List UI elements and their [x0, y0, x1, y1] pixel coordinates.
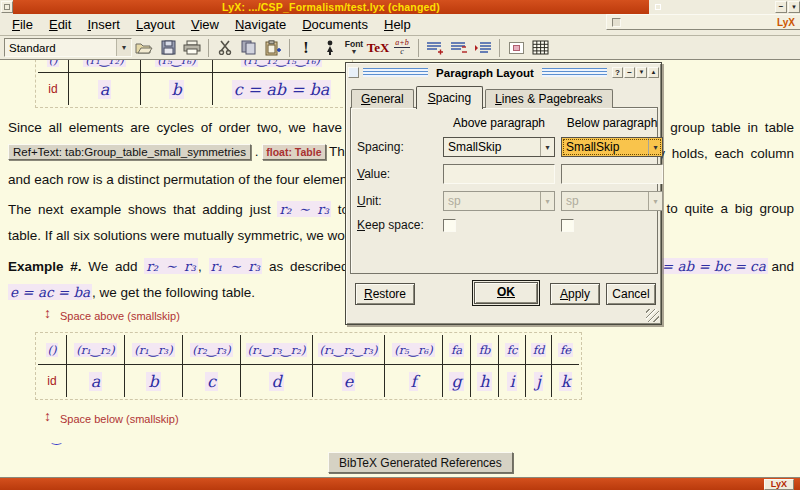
math-inset[interactable]: r₂ ∼ r₃ [144, 258, 198, 274]
menu-file[interactable]: File [4, 15, 41, 34]
minimize-icon: − [779, 2, 784, 11]
print-icon[interactable] [181, 38, 203, 58]
unit-label: Unit: [357, 194, 437, 208]
environment-indent-icon[interactable] [472, 38, 494, 58]
bibtex-inset-button[interactable]: BibTeX Generated References [328, 452, 513, 473]
taskbar: LyX [0, 477, 800, 490]
keep-space-above-checkbox[interactable] [443, 219, 456, 232]
maximize-icon [655, 4, 661, 10]
tab-spacing[interactable]: Spacing [416, 86, 483, 109]
titlebar-stripes [363, 68, 428, 77]
mini-window-titlebar[interactable]: LyX [606, 14, 800, 30]
dialog-minimize-button[interactable]: − [624, 67, 635, 78]
keep-space-label: Keep space: [357, 218, 437, 232]
group-table-main[interactable]: () id (r₁‿r₂) a (r₁‿r₃) b (r₂‿r₃) c (r₁‿… [35, 332, 582, 400]
save-icon[interactable] [157, 38, 179, 58]
toolbar: Standard ▾ ! Font▼ TeX a+ [0, 36, 800, 60]
window-title-section: LyX: .../CSP_Formalism/test.lyx (changed… [13, 0, 649, 14]
above-paragraph-header: Above paragraph [443, 116, 555, 130]
paragraph-layout-dialog: Paragraph Layout ? − ▼ ▲ General Spacing… [345, 62, 662, 325]
cut-icon[interactable] [214, 38, 236, 58]
apply-button[interactable]: Apply [550, 283, 600, 305]
dialog-unshade-button[interactable]: ▲ [648, 67, 659, 78]
paragraph-end-marker: ‿ [52, 432, 61, 445]
ok-default-ring: OK [472, 280, 540, 306]
spacing-above-select[interactable]: SmallSkip ▾ [443, 137, 555, 157]
shade-button[interactable]: ▼ [788, 1, 800, 13]
paragraph-style-value: Standard [5, 42, 116, 54]
dialog-help-button[interactable]: ? [612, 67, 623, 78]
paste-icon[interactable] [262, 38, 284, 58]
taskbar-lyx-item[interactable]: LyX [764, 479, 794, 490]
open-file-icon[interactable] [133, 38, 155, 58]
copy-icon[interactable] [238, 38, 260, 58]
insert-figure-icon[interactable] [505, 38, 527, 58]
math-inset[interactable]: r₂ ∼ r₃ [277, 201, 331, 217]
emphasis-icon[interactable]: ! [295, 38, 317, 58]
paragraph-text: group table in table [670, 120, 794, 135]
tex-mode-icon[interactable]: TeX [367, 38, 389, 58]
value-label: Value: [357, 167, 437, 181]
menu-layout[interactable]: Layout [128, 15, 183, 34]
paragraph-text: e = ac = ba, we get the following table. [8, 284, 255, 300]
keep-space-below-checkbox[interactable] [561, 219, 574, 232]
shade-icon: ▼ [791, 4, 797, 10]
paragraph-text: d = ab = bc = ca and [647, 258, 794, 274]
unit-below-select: sp ▾ [561, 191, 663, 211]
combo-arrow-icon: ▾ [540, 192, 554, 210]
toolbar-separator [499, 39, 500, 57]
unit-above-select: sp ▾ [443, 191, 555, 211]
font-dialog-icon[interactable]: Font▼ [343, 38, 365, 58]
dialog-menu-button[interactable] [348, 67, 359, 78]
value-above-input[interactable] [443, 164, 555, 184]
window-menu-button[interactable] [1, 1, 13, 13]
menu-navigate[interactable]: Navigate [227, 15, 294, 34]
toolbar-separator [208, 39, 209, 57]
restore-button[interactable]: Restore [355, 283, 415, 305]
combo-arrow-icon[interactable]: ▾ [540, 138, 554, 156]
toolbar-separator [418, 39, 419, 57]
ref-inset-button[interactable]: Ref+Text: tab:Group_table_small_symmetri… [8, 144, 251, 160]
combo-arrow-icon[interactable]: ▾ [648, 138, 662, 156]
paragraph-style-selector[interactable]: Standard ▾ [4, 38, 132, 57]
mini-window-button[interactable] [612, 18, 621, 27]
depth-decrement-icon[interactable] [448, 38, 470, 58]
minimize-button[interactable]: − [775, 1, 787, 13]
mini-window-title: LyX [777, 17, 795, 28]
window-menu-icon [4, 4, 10, 10]
cancel-button[interactable]: Cancel [606, 283, 656, 305]
math-inset[interactable]: r₁ ∼ r₃ [209, 258, 263, 274]
math-inset[interactable]: e = ac = ba [8, 284, 92, 300]
math-inset[interactable]: d = ab = bc = ca [647, 258, 768, 274]
paragraph-text: table. If all six solutions were mutuall… [8, 228, 382, 243]
tab-lines-pagebreaks[interactable]: Lines & Pagebreaks [485, 89, 612, 108]
math-mode-icon[interactable]: a+bc [391, 38, 413, 58]
spacing-label: Spacing: [357, 140, 437, 154]
noun-style-icon[interactable] [319, 38, 341, 58]
menu-edit[interactable]: Edit [41, 15, 79, 34]
tab-general[interactable]: General [351, 89, 414, 108]
dialog-titlebar[interactable]: Paragraph Layout ? − ▼ ▲ [348, 65, 659, 80]
dialog-title: Paragraph Layout [432, 67, 538, 79]
window-title: LyX: .../CSP_Formalism/test.lyx (changed… [222, 1, 440, 13]
group-table-partial[interactable]: () id (r₁‿r₂) a (r₅‿r₆) b (r₁‿r₂‿r₅‿r₆) … [35, 60, 353, 108]
menu-documents[interactable]: Documents [294, 15, 376, 34]
combo-arrow-icon[interactable]: ▾ [116, 39, 131, 56]
maximize-button[interactable] [652, 1, 664, 13]
dialog-shade-button[interactable]: ▼ [636, 67, 647, 78]
depth-increment-icon[interactable] [424, 38, 446, 58]
insert-table-icon[interactable] [529, 38, 551, 58]
resize-grip[interactable] [646, 309, 659, 322]
paragraph-text: Since all elements are cycles of order t… [8, 120, 342, 135]
menu-help[interactable]: Help [376, 15, 419, 34]
ok-button[interactable]: OK [474, 282, 538, 304]
spacing-tab-pane: Above paragraph Below paragraph Spacing:… [350, 107, 658, 274]
menu-insert[interactable]: Insert [79, 15, 128, 34]
lyx-main-window: LyX: .../CSP_Formalism/test.lyx (changed… [0, 0, 800, 490]
spacing-below-select[interactable]: SmallSkip ▾ [561, 137, 663, 157]
combo-arrow-icon: ▾ [648, 192, 662, 210]
menu-view[interactable]: View [183, 15, 227, 34]
float-table-inset-button[interactable]: float: Table [262, 144, 325, 160]
value-below-input[interactable] [561, 164, 663, 184]
paragraph-text: erty holds, each column [642, 146, 794, 161]
